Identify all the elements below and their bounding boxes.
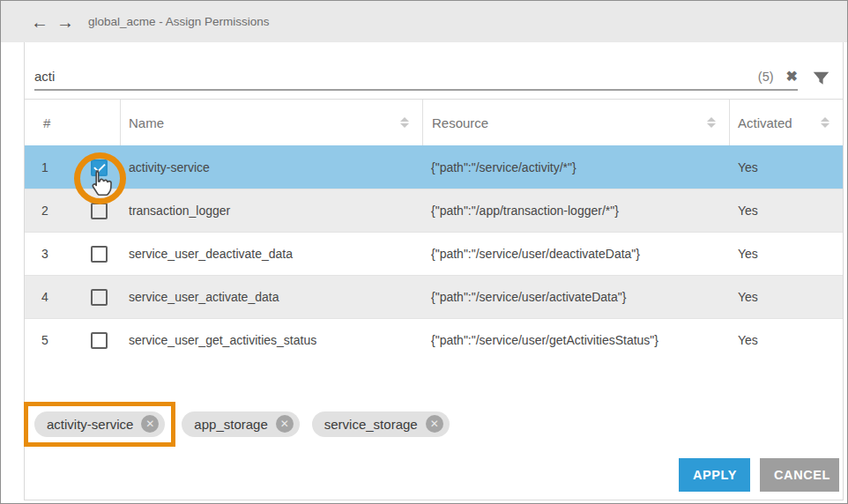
column-header-name[interactable]: Name bbox=[120, 100, 422, 145]
sort-icon[interactable] bbox=[707, 117, 716, 128]
row-number: 5 bbox=[41, 333, 67, 347]
selected-permissions-list: activity-service ✕ app_storage ✕ service… bbox=[25, 401, 843, 447]
chip-label: activity-service bbox=[47, 417, 133, 432]
back-arrow-icon[interactable]: ← bbox=[31, 13, 48, 31]
row-number: 2 bbox=[41, 204, 67, 218]
table-row-service-user-get-activities-status[interactable]: 5 service_user_get_activities_status {"p… bbox=[25, 318, 843, 361]
cell-name: service_user_activate_data bbox=[120, 276, 422, 318]
forward-arrow-icon[interactable]: → bbox=[56, 13, 74, 31]
cell-activated: Yes bbox=[729, 319, 843, 361]
table-row-service-user-deactivate-data[interactable]: 3 service_user_deactivate_data {"path":"… bbox=[25, 232, 843, 275]
row-number: 3 bbox=[41, 247, 67, 261]
chip-label: app_storage bbox=[194, 417, 267, 432]
row-number: 4 bbox=[41, 290, 67, 304]
chip-remove-icon[interactable]: ✕ bbox=[426, 415, 443, 433]
titlebar: ← → global_acme - Assign Permissions bbox=[1, 1, 847, 42]
sort-icon[interactable] bbox=[400, 117, 409, 128]
column-header-resource[interactable]: Resource bbox=[422, 100, 729, 145]
cell-activated: Yes bbox=[729, 146, 843, 189]
row-checkbox[interactable] bbox=[91, 246, 108, 263]
chip-remove-icon[interactable]: ✕ bbox=[141, 415, 159, 433]
sort-icon[interactable] bbox=[821, 117, 829, 128]
table-row-activity-service[interactable]: 1 activity-service {"path":"/service/act… bbox=[25, 145, 843, 189]
dialog-actions: APPLY CANCEL bbox=[679, 458, 839, 492]
chip-label: service_storage bbox=[324, 417, 418, 432]
clear-search-icon[interactable]: ✖ bbox=[786, 70, 798, 84]
cell-resource: {"path":"/service/user/deactivateData"} bbox=[422, 233, 729, 275]
table-row-transaction-logger[interactable]: 2 transaction_logger {"path":"/app/trans… bbox=[25, 189, 843, 232]
search-input[interactable] bbox=[34, 69, 758, 84]
cell-name: service_user_deactivate_data bbox=[120, 233, 422, 275]
chip-activity-service: activity-service ✕ bbox=[34, 411, 165, 437]
cell-name: service_user_get_activities_status bbox=[120, 319, 422, 361]
apply-button[interactable]: APPLY bbox=[679, 458, 750, 492]
filter-icon[interactable] bbox=[812, 70, 830, 88]
table-header: # Name Resource Activated bbox=[25, 100, 843, 145]
chip-app-storage: app_storage ✕ bbox=[182, 411, 299, 437]
column-header-number: # bbox=[25, 100, 120, 145]
cell-activated: Yes bbox=[729, 276, 843, 318]
column-header-activated[interactable]: Activated bbox=[729, 100, 843, 145]
row-checkbox[interactable] bbox=[91, 203, 108, 219]
cell-resource: {"path":"/service/user/getActivitiesStat… bbox=[422, 319, 729, 361]
chip-remove-icon[interactable]: ✕ bbox=[276, 415, 294, 433]
cell-name: activity-service bbox=[120, 146, 422, 189]
assign-permissions-dialog: ← → global_acme - Assign Permissions (5)… bbox=[0, 0, 848, 504]
row-checkbox[interactable] bbox=[91, 332, 108, 349]
cell-activated: Yes bbox=[729, 189, 843, 232]
chip-service-storage: service_storage ✕ bbox=[312, 411, 450, 437]
cell-activated: Yes bbox=[729, 233, 843, 275]
search-field: (5) ✖ bbox=[34, 69, 798, 91]
cell-resource: {"path":"/service/user/activateData"} bbox=[422, 276, 729, 318]
row-checkbox[interactable] bbox=[91, 289, 108, 306]
permissions-card: (5) ✖ # Name Resource Activ bbox=[24, 42, 844, 500]
search-bar: (5) ✖ bbox=[25, 42, 843, 100]
cell-resource: {"path":"/app/transaction-logger/*"} bbox=[422, 189, 729, 232]
cancel-button[interactable]: CANCEL bbox=[760, 458, 839, 492]
table-row-service-user-activate-data[interactable]: 4 service_user_activate_data {"path":"/s… bbox=[25, 275, 843, 318]
row-checkbox[interactable] bbox=[91, 159, 108, 176]
page-title: global_acme - Assign Permissions bbox=[88, 15, 270, 28]
cell-resource: {"path":"/service/activity/*"} bbox=[422, 146, 729, 189]
cell-name: transaction_logger bbox=[120, 189, 422, 232]
annotation-rectangle: activity-service ✕ bbox=[24, 402, 175, 447]
row-number: 1 bbox=[41, 160, 67, 174]
result-count: (5) bbox=[758, 70, 774, 84]
